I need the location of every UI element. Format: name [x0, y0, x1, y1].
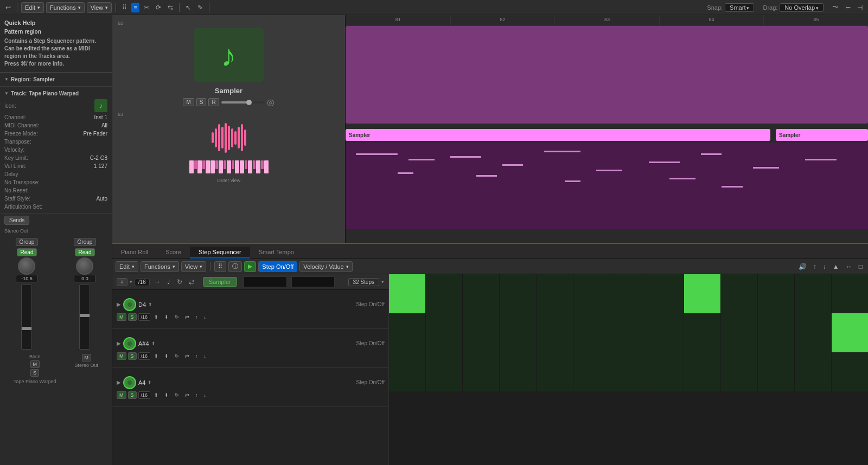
step-as4-6[interactable] [573, 313, 610, 352]
step-d4-9[interactable] [684, 274, 721, 313]
step-d4-12[interactable] [795, 274, 832, 313]
edit-btn-bottom[interactable]: Edit [116, 261, 138, 272]
step-d4-8[interactable] [647, 274, 684, 313]
s-btn-d4[interactable]: S [128, 313, 137, 321]
pan-knob-1[interactable] [18, 257, 35, 275]
step-as4-9[interactable] [684, 313, 721, 352]
double-arrow-icon[interactable]: ⇄ [187, 277, 196, 287]
rec-btn[interactable]: R [208, 98, 219, 106]
functions-btn-bottom[interactable]: Functions [141, 261, 179, 272]
play-icon-d4[interactable]: ▶ [117, 301, 121, 307]
step-a4-2[interactable] [426, 352, 463, 391]
read-btn-1[interactable]: Read [17, 248, 37, 256]
waveform-icon[interactable]: 〜 [830, 2, 841, 13]
arrow-right-icon[interactable]: → [152, 277, 163, 287]
div-d4[interactable]: /16 [138, 313, 151, 321]
double-arrow-as4[interactable]: ⇄ [183, 352, 192, 360]
down-icon-a4[interactable]: ⬇ [162, 391, 171, 399]
tab-smart-tempo[interactable]: Smart Tempo [250, 247, 303, 259]
grid-icon[interactable]: ⠿ [120, 3, 129, 12]
group-btn-2[interactable]: Group [74, 238, 97, 246]
arrow-up-icon-as4[interactable]: ↑ [193, 352, 200, 360]
info-btn-bottom[interactable]: ⓘ [228, 261, 242, 272]
double-arrow-a4[interactable]: ⇄ [183, 391, 192, 399]
step-d4-3[interactable] [463, 274, 500, 313]
pink-region-bar-right[interactable]: Sampler [776, 129, 868, 141]
fader-track-2[interactable] [79, 285, 90, 350]
drag-value[interactable]: No Overlap [780, 3, 824, 12]
step-a4-8[interactable] [647, 352, 684, 391]
step-d4-10[interactable] [721, 274, 758, 313]
step-as4-7[interactable] [610, 313, 647, 352]
loop-icon-as4[interactable]: ↻ [173, 352, 181, 360]
arrow-down-icon-a4[interactable]: ↓ [202, 391, 209, 399]
loop-btn-icon[interactable]: ↻ [175, 277, 184, 287]
functions-menu-btn[interactable]: Functions [46, 2, 85, 13]
step-a4-5[interactable] [537, 352, 573, 391]
step-a4-9[interactable] [684, 352, 721, 391]
fader-track-1[interactable] [21, 285, 32, 350]
step-as4-10[interactable] [721, 313, 758, 352]
m-btn-2[interactable]: M [82, 354, 92, 361]
midi-icon[interactable]: ⇆ [165, 3, 175, 12]
down-icon-d4[interactable]: ⬇ [162, 313, 171, 321]
step-d4-4[interactable] [500, 274, 537, 313]
step-as4-2[interactable] [426, 313, 463, 352]
up-icon-d4[interactable]: ⬆ [152, 313, 161, 321]
s-btn-as4[interactable]: S [128, 352, 137, 360]
velocity-btn[interactable]: Velocity / Value [299, 261, 352, 272]
read-btn-2[interactable]: Read [75, 248, 95, 256]
step-d4-1[interactable] [389, 274, 426, 313]
step-as4-12[interactable] [795, 313, 832, 352]
step-as4-13[interactable] [832, 313, 868, 352]
step-as4-3[interactable] [463, 313, 500, 352]
step-d4-6[interactable] [573, 274, 610, 313]
tab-score[interactable]: Score [157, 247, 190, 259]
square-icon[interactable]: □ [857, 262, 865, 272]
edit-menu-btn[interactable]: Edit [21, 2, 44, 13]
pencil-icon[interactable]: ✎ [195, 3, 205, 12]
double-arrow-d4[interactable]: ⇄ [183, 313, 192, 321]
step-as4-5[interactable] [537, 313, 573, 352]
metronome-icon[interactable]: ♩ [165, 277, 173, 287]
note-up-icon-a4[interactable]: ⬆ [148, 380, 152, 385]
grid-btn-bottom[interactable]: ⠿ [214, 261, 226, 272]
speaker-icon[interactable]: 🔊 [796, 262, 809, 272]
division-display[interactable]: /16 [135, 278, 150, 286]
purple-region-main[interactable] [346, 26, 868, 124]
m-btn-a4[interactable]: M [117, 391, 126, 399]
pink-region-bar[interactable]: Sampler [346, 129, 770, 141]
mute-btn[interactable]: M [183, 98, 194, 106]
step-a4-1[interactable] [389, 352, 426, 391]
step-record-btn[interactable]: ▶ [244, 261, 256, 272]
scissors-icon[interactable]: ✂ [142, 3, 151, 12]
step-d4-11[interactable] [758, 274, 795, 313]
up-icon-as4[interactable]: ⬆ [152, 352, 161, 360]
volume-icon2[interactable]: ▲ [831, 262, 841, 272]
sends-button[interactable]: Sends [4, 216, 29, 225]
m-btn-as4[interactable]: M [117, 352, 126, 360]
arrow-up-icon-d4[interactable]: ↑ [193, 313, 200, 321]
note-up-icon-d4[interactable]: ⬆ [148, 302, 152, 307]
undo-icon[interactable]: ↩ [3, 3, 13, 12]
up-icon-a4[interactable]: ⬆ [152, 391, 161, 399]
step-d4-7[interactable] [610, 274, 647, 313]
volume-slider[interactable] [221, 101, 265, 104]
step-d4-2[interactable] [426, 274, 463, 313]
snap-value[interactable]: Smart [725, 3, 754, 12]
step-as4-8[interactable] [647, 313, 684, 352]
down-arrow-icon[interactable]: ↓ [821, 262, 828, 272]
down-icon-as4[interactable]: ⬇ [162, 352, 171, 360]
up-arrow-icon[interactable]: ↑ [811, 262, 819, 272]
m-btn-1[interactable]: M [30, 360, 40, 368]
arrow-down-icon-as4[interactable]: ↓ [202, 352, 209, 360]
step-a4-13[interactable] [832, 352, 868, 391]
m-btn-d4[interactable]: M [117, 313, 126, 321]
view-btn-bottom[interactable]: View [181, 261, 207, 272]
trim-icon[interactable]: ⊢ [843, 3, 853, 12]
loop-icon[interactable]: ⟳ [154, 3, 163, 12]
s-btn-1[interactable]: S [30, 369, 39, 377]
view-menu-btn[interactable]: View [87, 2, 112, 13]
step-on-off-btn[interactable]: Step On/Off [258, 261, 297, 272]
loop-icon-a4[interactable]: ↻ [173, 391, 181, 399]
